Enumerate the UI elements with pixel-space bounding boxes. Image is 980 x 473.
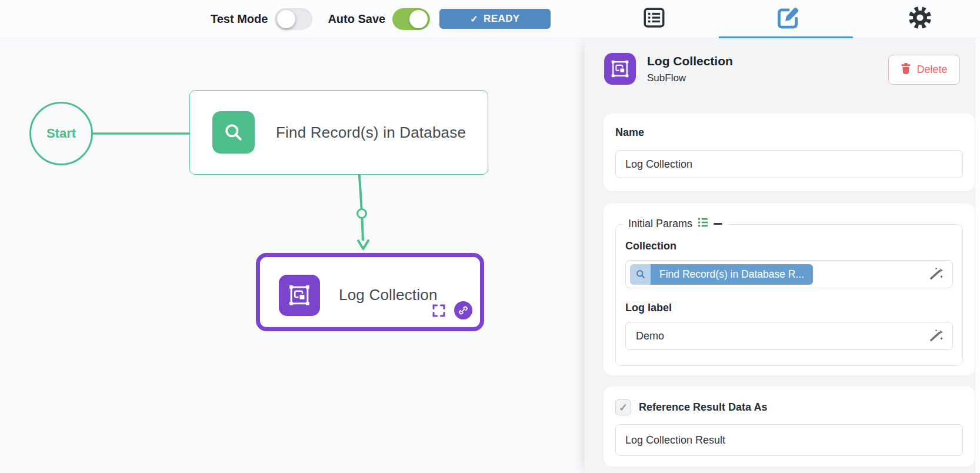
start-node-label: Start	[46, 126, 76, 141]
magic-wand-icon[interactable]	[929, 328, 944, 344]
flow-canvas[interactable]: Start Find Record(s) in Database Log Col…	[0, 38, 585, 473]
subflow-icon	[604, 53, 636, 85]
ready-label: READY	[484, 13, 520, 25]
list-icon	[642, 5, 666, 32]
log-label-value: Demo	[630, 330, 664, 342]
check-icon: ✓	[470, 14, 478, 25]
collection-input[interactable]: Find Record(s) in Database R...	[625, 260, 953, 288]
gear-icon	[907, 5, 933, 33]
name-section-card: Name	[604, 114, 975, 191]
name-input[interactable]	[615, 150, 963, 178]
toggle-knob	[409, 10, 428, 28]
ready-status-button[interactable]: ✓ READY	[439, 9, 550, 29]
chip-label: Find Record(s) in Database R...	[651, 264, 813, 285]
name-field-label: Name	[615, 126, 644, 139]
toolbar-controls: Test Mode Auto Save ✓ READY	[211, 0, 551, 38]
reference-label: Reference Result Data As	[639, 401, 767, 414]
node-title: Log Collection	[339, 286, 438, 304]
subflow-icon	[279, 275, 320, 316]
tab-settings[interactable]	[906, 5, 934, 33]
magic-wand-icon[interactable]	[929, 267, 944, 282]
active-tab-underline	[719, 36, 853, 38]
log-label-field-label: Log label	[625, 302, 953, 314]
node-editor-panel: Log Collection SubFlow Delete Name Initi…	[585, 38, 980, 473]
log-label-input[interactable]: Demo	[625, 322, 953, 350]
delete-label: Delete	[916, 64, 947, 76]
reference-checkbox[interactable]: ✓	[615, 399, 631, 415]
toggle-knob	[277, 10, 295, 28]
initial-params-label: Initial Params	[628, 218, 692, 230]
node-log-collection[interactable]: Log Collection	[256, 253, 484, 331]
panel-scrollbar[interactable]	[975, 38, 980, 473]
panel-title: Log Collection	[647, 54, 733, 68]
test-mode-toggle[interactable]	[275, 8, 312, 30]
search-icon	[630, 264, 651, 285]
expand-icon[interactable]	[432, 304, 446, 318]
trash-icon	[901, 62, 911, 77]
test-mode-label: Test Mode	[211, 12, 268, 26]
collapse-icon[interactable]	[714, 223, 722, 225]
node-find-records[interactable]: Find Record(s) in Database	[189, 90, 488, 175]
top-toolbar: Test Mode Auto Save ✓ READY	[0, 0, 980, 38]
link-icon[interactable]	[454, 301, 472, 319]
delete-button[interactable]: Delete	[888, 55, 960, 85]
reference-checkbox-row: ✓ Reference Result Data As	[615, 399, 767, 415]
initial-params-card: Initial Params Collection	[604, 204, 975, 375]
tab-node-list[interactable]	[640, 5, 668, 33]
tab-node-editor[interactable]	[774, 5, 802, 33]
panel-subtitle: SubFlow	[647, 72, 686, 84]
auto-save-label: Auto Save	[328, 12, 385, 26]
reference-result-card: ✓ Reference Result Data As	[604, 387, 975, 467]
edit-pencil-icon	[775, 5, 801, 33]
auto-save-toggle[interactable]	[392, 8, 430, 30]
collection-field-label: Collection	[625, 240, 953, 252]
param-list-icon[interactable]	[697, 216, 709, 231]
initial-params-legend: Initial Params	[623, 216, 728, 231]
node-title: Find Record(s) in Database	[276, 124, 466, 142]
check-icon: ✓	[619, 401, 628, 414]
start-node[interactable]: Start	[29, 102, 93, 165]
reference-result-input[interactable]	[615, 424, 963, 456]
search-icon	[212, 111, 255, 154]
collection-reference-chip[interactable]: Find Record(s) in Database R...	[630, 264, 813, 285]
initial-params-fieldset: Initial Params Collection	[615, 224, 963, 366]
